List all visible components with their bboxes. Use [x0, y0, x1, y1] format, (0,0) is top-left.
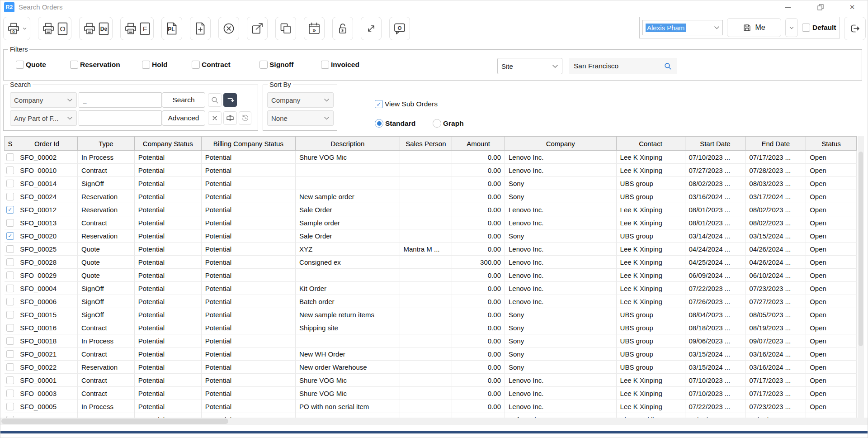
exit-button[interactable] — [844, 17, 866, 40]
row-checkbox[interactable] — [6, 271, 14, 279]
pick-list-button[interactable]: PL — [161, 17, 182, 40]
table-row[interactable]: SFO_00016ContractPotentialPotentialShipp… — [5, 321, 857, 334]
table-row[interactable]: SFO_00024ReservationPotentialPotentialNe… — [5, 190, 857, 203]
column-header-billing-company-status[interactable]: Billing Company Status — [201, 137, 295, 151]
advanced-button[interactable]: Advanced — [162, 110, 205, 126]
contract-checkbox[interactable] — [192, 61, 200, 69]
column-header-contact[interactable]: Contact — [616, 137, 685, 151]
saved-view-combobox[interactable]: Alexis Pham — [642, 20, 723, 35]
column-header-company[interactable]: Company — [505, 137, 616, 151]
column-header-description[interactable]: Description — [296, 137, 400, 151]
table-row[interactable]: SFO_00005In ProcessPotentialPotentialPO … — [5, 400, 857, 413]
print-o-button[interactable]: O — [38, 17, 71, 40]
signoff-checkbox[interactable] — [259, 61, 268, 69]
print-f-button[interactable]: F — [120, 17, 154, 40]
extend-order-button[interactable]: » — [304, 17, 325, 40]
table-row[interactable]: SFO_00006SignOffPotentialPotentialBatch … — [5, 295, 857, 308]
table-row[interactable]: SFO_00010ContractPotentialPotential0.00L… — [5, 164, 857, 177]
row-checkbox[interactable] — [6, 311, 14, 319]
table-row[interactable]: SFO_00022ReservationPotentialPotentialNe… — [5, 361, 857, 374]
fit-width-button[interactable] — [223, 111, 237, 125]
table-row[interactable]: SFO_00021ContractPotentialPotentialNew W… — [5, 348, 857, 361]
unlock-button[interactable] — [332, 17, 353, 40]
sort-primary-combobox[interactable]: Company — [267, 92, 334, 108]
row-checkbox[interactable] — [6, 193, 14, 200]
default-checkbox[interactable] — [802, 24, 810, 32]
site-search-field[interactable]: San Francisco — [569, 58, 677, 74]
hold-checkbox[interactable] — [142, 61, 150, 69]
graph-radio[interactable] — [433, 119, 441, 128]
row-checkbox[interactable] — [6, 390, 14, 397]
magnifier-button[interactable] — [208, 93, 222, 107]
print-split-button[interactable]: 0 — [3, 17, 30, 40]
vertical-scrollbar-thumb[interactable] — [859, 152, 863, 346]
column-header-start-date[interactable]: Start Date — [685, 137, 745, 151]
restore-button[interactable] — [811, 0, 830, 14]
close-button[interactable]: ✕ — [842, 0, 862, 14]
site-combobox[interactable]: Site — [497, 58, 562, 74]
table-row[interactable]: SFO_00004SignOffPotentialPotentialKit Or… — [5, 282, 857, 295]
table-row[interactable]: ✓SFO_00012ReservationPotentialPotentialS… — [5, 203, 857, 216]
history-button[interactable] — [239, 111, 251, 125]
table-row[interactable]: SFO_00013ContractPotentialPotentialSampl… — [5, 216, 857, 229]
row-checkbox[interactable] — [6, 258, 14, 266]
match-type-combobox[interactable]: Any Part of F... — [10, 110, 77, 126]
horizontal-scrollbar-thumb[interactable] — [1, 419, 228, 424]
sort-secondary-combobox[interactable]: None — [267, 110, 334, 126]
copy-button[interactable] — [275, 17, 296, 40]
table-row[interactable]: SFO_00001ContractPotentialPotentialShure… — [5, 374, 857, 387]
expand-button[interactable] — [361, 17, 382, 40]
invoiced-checkbox[interactable] — [321, 61, 329, 69]
row-checkbox[interactable] — [6, 376, 14, 384]
standard-radio[interactable] — [375, 119, 383, 128]
row-checkbox[interactable] — [6, 180, 14, 187]
search-field-combobox[interactable]: Company — [10, 92, 77, 108]
row-checkbox[interactable] — [6, 285, 14, 292]
minimize-button[interactable] — [778, 0, 798, 14]
row-checkbox[interactable] — [6, 363, 14, 371]
table-row[interactable]: ✓SFO_00020ReservationPotentialPotentialS… — [5, 229, 857, 243]
row-checkbox[interactable]: ✓ — [6, 232, 14, 240]
row-checkbox[interactable] — [6, 324, 14, 332]
comment-button[interactable]: O — [389, 17, 410, 40]
table-row[interactable]: SFO_00018In ProcessPotentialPotential0.0… — [5, 334, 857, 348]
view-sub-orders-checkbox[interactable]: ✓ — [375, 100, 383, 108]
column-header-amount[interactable]: Amount — [452, 137, 505, 151]
reservation-checkbox[interactable] — [70, 61, 78, 69]
open-external-button[interactable] — [247, 17, 268, 40]
table-row[interactable]: SFO_00029QuotePotentialPotential0.00Leno… — [5, 269, 857, 282]
table-row[interactable]: SFO_00028QuotePotentialPotentialConsigne… — [5, 256, 857, 269]
table-row[interactable]: SFO_00003ContractPotentialPotentialShure… — [5, 387, 857, 400]
table-row[interactable]: SFO_00014SignOffPotentialPotential0.00So… — [5, 177, 857, 190]
row-checkbox[interactable] — [6, 350, 14, 358]
row-checkbox[interactable] — [6, 167, 14, 174]
row-checkbox[interactable] — [6, 337, 14, 345]
horizontal-scrollbar[interactable] — [0, 418, 868, 425]
save-view-me-button[interactable]: Me — [727, 18, 781, 37]
table-row[interactable]: SFO_00025QuotePotentialPotentialXYZMantr… — [5, 243, 857, 256]
column-header-s[interactable]: S — [5, 137, 16, 151]
row-checkbox[interactable] — [6, 403, 14, 410]
table-row[interactable]: SFO_00015SignOffPotentialPotentialNew sa… — [5, 308, 857, 321]
search-input[interactable] — [79, 92, 162, 108]
column-header-sales-person[interactable]: Sales Person — [400, 137, 452, 151]
clear-button[interactable] — [208, 111, 222, 125]
row-checkbox[interactable] — [6, 245, 14, 253]
new-document-button[interactable] — [190, 17, 211, 40]
vertical-scrollbar[interactable] — [858, 136, 864, 418]
print-de-button[interactable]: De — [79, 17, 113, 40]
column-header-company-status[interactable]: Company Status — [134, 137, 201, 151]
search-input-2[interactable] — [79, 110, 162, 126]
column-header-status[interactable]: Status — [806, 137, 857, 151]
row-checkbox[interactable] — [6, 219, 14, 227]
row-checkbox[interactable] — [6, 153, 14, 161]
column-header-order-id[interactable]: Order Id — [16, 137, 78, 151]
search-button[interactable]: Search — [162, 92, 205, 108]
save-view-dropdown[interactable] — [785, 18, 798, 37]
column-header-end-date[interactable]: End Date — [745, 137, 806, 151]
row-checkbox[interactable] — [6, 298, 14, 305]
row-checkbox[interactable]: ✓ — [6, 206, 14, 214]
table-row[interactable]: SFO_00002In ProcessPotentialPotentialShu… — [5, 151, 857, 164]
quote-checkbox[interactable] — [16, 61, 24, 69]
go-button[interactable] — [223, 93, 237, 107]
